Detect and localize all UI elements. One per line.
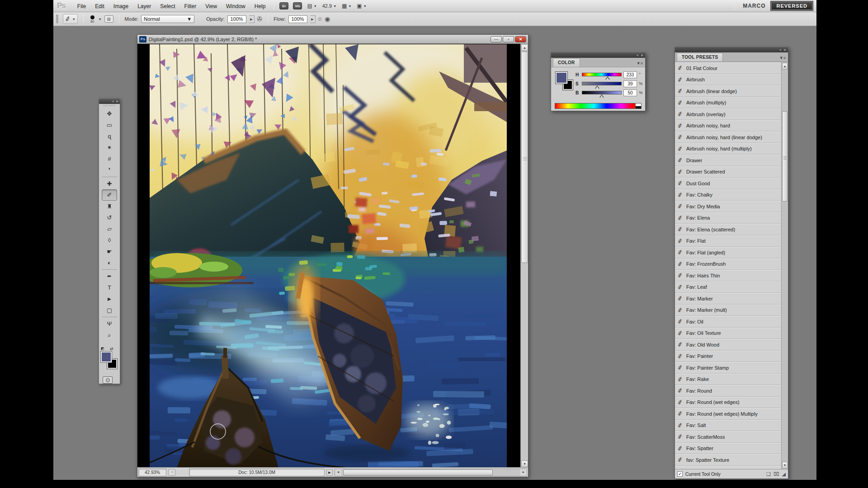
eraser-tool[interactable]: ▱ [102,223,117,235]
move-tool[interactable]: ✥ [102,108,117,119]
preset-row[interactable]: ✐Fav: Oil Texture [675,328,782,339]
menu-help[interactable]: Help [250,1,270,11]
preset-row[interactable]: ✐01 Flat Colour [675,62,782,74]
close-button[interactable]: ✕ [515,36,526,42]
h-value-input[interactable]: 233 [623,71,637,78]
panel-menu-icon[interactable]: ▼≡ [779,56,788,61]
opacity-slider-arrow[interactable]: ▶ [249,15,255,23]
foreground-color-swatch[interactable] [556,72,567,84]
slider-handle[interactable] [599,94,604,98]
tool-preset-picker[interactable]: ✐ ▼ [63,14,78,24]
h-slider[interactable] [582,73,622,76]
slider-handle[interactable] [605,76,610,80]
mobile-button[interactable]: Mb [293,2,302,9]
menu-window[interactable]: Window [222,1,250,11]
collapse-icon[interactable]: « [637,54,638,57]
status-proxy-icon[interactable]: ◔ [168,469,175,476]
brush-preset-preview[interactable]: 80 [89,15,96,23]
quick-selection-tool[interactable]: ✶ [102,142,117,153]
pen-tool[interactable]: ✒ [102,271,117,282]
scroll-down-icon[interactable]: ▼ [782,462,788,469]
history-brush-tool[interactable]: ↺ [102,212,117,223]
s-value-input[interactable]: 39 [623,80,637,87]
swap-colors-icon[interactable]: ⇄ [110,347,113,351]
brush-tool[interactable]: ✐ [102,189,117,201]
preset-row[interactable]: ✐Airbrush (overlay) [675,108,782,120]
panel-drag-bar[interactable]: «✕ [551,53,645,58]
paint-bucket-tool[interactable]: ◊ [102,235,117,246]
preset-row[interactable]: ✐Fav: Round (wet edges) [675,397,782,408]
menu-layer[interactable]: Layer [133,1,156,11]
horizontal-scroll-thumb[interactable] [343,469,493,475]
pressure-opacity-icon[interactable]: ⌾ [318,15,322,23]
preset-row[interactable]: ✐Fav: Marker [675,293,782,305]
tab-tool-presets[interactable]: TOOL PRESETS [677,53,723,61]
status-zoom-field[interactable]: 42.93% [138,469,166,476]
preset-row[interactable]: ✐Fav: Salt [675,420,782,432]
new-preset-icon[interactable]: ❏ [766,471,771,477]
scroll-down-icon[interactable]: ▼ [521,460,528,467]
color-spectrum-ramp[interactable] [555,103,636,109]
white-black-swatches[interactable] [635,103,642,109]
restore-button[interactable]: ▫ [503,36,514,42]
chevron-down-icon[interactable]: ▼ [99,18,102,21]
panel-drag-bar[interactable]: «✕ [675,47,788,52]
menu-view[interactable]: View [201,1,222,11]
clone-stamp-tool[interactable]: ♜ [102,201,117,212]
lasso-tool[interactable]: ɋ [102,131,117,142]
status-menu-arrow[interactable]: ▶ [326,469,333,476]
bridge-button[interactable]: Br [279,2,288,9]
menu-filter[interactable]: Filter [180,1,201,11]
minimize-button[interactable]: — [491,36,502,42]
preset-row[interactable]: ✐Fav: Elena (scattered) [675,224,782,235]
horizontal-scrollbar[interactable]: ◄ ► [335,469,527,476]
slider-handle[interactable] [595,85,599,89]
smudge-tool[interactable]: ☛ [102,246,117,257]
flow-input[interactable]: 100% [288,15,307,23]
opacity-input[interactable]: 100% [227,15,246,23]
pressure-size-icon[interactable]: ◉ [325,15,330,23]
zoom-level-dropdown[interactable]: 42.9▼ [320,2,339,9]
presets-scroll-thumb[interactable] [782,111,788,202]
blend-mode-select[interactable]: Normal ▼ [141,15,194,23]
preset-row[interactable]: ✐Fav: Old Wood [675,339,782,351]
close-icon[interactable]: ✕ [116,100,118,103]
preset-row[interactable]: ✐Dust Good [675,178,782,189]
vertical-scrollbar[interactable]: ▲ ▼ [520,44,528,468]
scroll-up-icon[interactable]: ▲ [782,63,788,70]
view-extras-button[interactable]: ▤▼ [305,2,319,10]
preset-row[interactable]: ✐Fav: ScatterMoss [675,431,782,443]
shape-tool[interactable]: ▢ [102,305,117,316]
quick-mask-button[interactable] [103,376,113,384]
preset-row[interactable]: ✐Fav: Spatter [675,443,782,455]
menu-select[interactable]: Select [156,1,179,11]
toggle-brushes-panel-button[interactable]: ▤ [104,15,113,23]
collapse-icon[interactable]: « [779,48,781,52]
close-icon[interactable]: ✕ [641,54,643,57]
preset-row[interactable]: ✐Fav: Flat (angled) [675,247,782,258]
preset-row[interactable]: ✐Fav: Flat [675,235,782,247]
screen-mode-button[interactable]: ▣▼ [354,2,368,10]
preset-row[interactable]: ✐Fav: Painter Stamp [675,362,782,374]
airbrush-toggle-icon[interactable]: ✇ [257,15,263,23]
preset-row[interactable]: ✐fav: Spatter Texture [675,454,782,466]
type-tool[interactable]: T [102,282,117,293]
b-slider[interactable] [582,91,622,94]
preset-row[interactable]: ✐Fav: Painter [675,351,782,362]
vertical-scroll-thumb[interactable] [521,52,528,263]
presets-scrollbar[interactable]: ▲ ▼ [781,62,788,469]
preset-row[interactable]: ✐Fav: Hairs Thin [675,270,782,282]
drag-grip[interactable] [56,14,58,23]
close-icon[interactable]: ✕ [783,48,786,52]
hand-tool[interactable]: Ψ [102,318,117,329]
foreground-color-swatch[interactable] [101,352,112,362]
scroll-left-icon[interactable]: ◄ [335,469,341,476]
preset-row[interactable]: ✐Fav: Marker (mult) [675,305,782,316]
palette-grip[interactable] [99,104,120,107]
scroll-right-icon[interactable]: ► [520,469,527,476]
preset-row[interactable]: ✐Fav: Rake [675,374,782,385]
tab-color[interactable]: COLOR [553,58,580,67]
b-value-input[interactable]: 50 [623,89,637,96]
preset-row[interactable]: ✐Fav: Round (wet edges) Multiply [675,408,782,420]
preset-row[interactable]: ✐Fav: FrozenBrush [675,258,782,270]
